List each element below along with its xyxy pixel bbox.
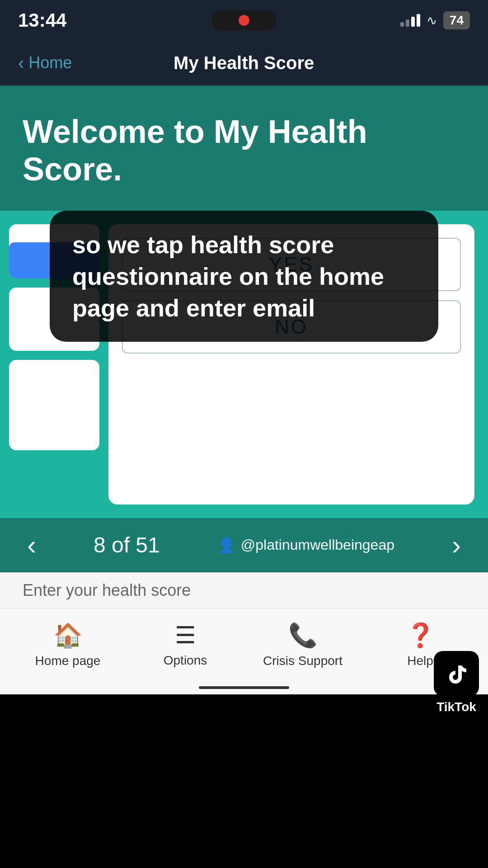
tab-home[interactable]: 🏠 Home page <box>9 613 127 677</box>
record-indicator <box>239 15 249 26</box>
tab-options[interactable]: ☰ Options <box>127 613 244 677</box>
back-label: Home <box>28 53 72 72</box>
pagination-display: 8 of 51 <box>94 533 160 557</box>
next-button[interactable]: › <box>452 529 461 561</box>
tab-crisis[interactable]: 📞 Crisis Support <box>244 613 361 677</box>
options-icon: ☰ <box>175 622 196 649</box>
hero-section: Welcome to My Health Score. <box>0 86 488 211</box>
prev-button[interactable]: ‹ <box>27 529 36 561</box>
hero-title: Welcome to My Health Score. <box>23 113 465 188</box>
home-bar <box>199 686 289 689</box>
nav-title: My Health Score <box>72 53 416 73</box>
card-extra <box>9 360 99 450</box>
tab-options-label: Options <box>164 653 207 668</box>
status-icons: ∿ 74 <box>400 11 470 29</box>
tiktok-logo <box>434 651 479 696</box>
person-icon: 👤 <box>217 537 235 554</box>
signal-icon <box>400 14 420 27</box>
pagination-bar: ‹ 8 of 51 👤 @platinumwellbeingeap › <box>0 518 488 572</box>
overlay-bubble: so we tap health score questionnaire on … <box>50 211 438 342</box>
home-icon: 🏠 <box>53 622 83 649</box>
handle-text: @platinumwellbeingeap <box>241 537 394 553</box>
tiktok-label: TikTok <box>436 700 476 714</box>
tab-crisis-label: Crisis Support <box>263 654 343 668</box>
status-time: 13:44 <box>18 9 66 31</box>
phone-icon: 📞 <box>288 622 318 649</box>
tab-home-label: Home page <box>35 654 101 668</box>
user-handle: 👤 @platinumwellbeingeap <box>217 537 394 554</box>
overlay-text: so we tap health score questionnaire on … <box>72 229 416 324</box>
content-area: YES NO so we tap health score questionna… <box>0 211 488 518</box>
enter-bar-text: Enter your health score <box>23 581 191 600</box>
help-icon: ❓ <box>406 622 435 649</box>
back-chevron-icon: ‹ <box>18 53 24 73</box>
tab-help-label: Help <box>407 654 433 668</box>
status-bar: 13:44 ∿ 74 <box>0 0 488 41</box>
tab-bar: 🏠 Home page ☰ Options 📞 Crisis Support ❓… <box>0 609 488 681</box>
battery-indicator: 74 <box>443 11 470 29</box>
back-button[interactable]: ‹ Home <box>18 53 72 73</box>
wifi-icon: ∿ <box>427 13 437 28</box>
enter-bar: Enter your health score <box>0 572 488 609</box>
status-center-pill <box>211 10 277 30</box>
nav-bar: ‹ Home My Health Score <box>0 41 488 86</box>
home-indicator <box>0 681 488 694</box>
tiktok-overlay: TikTok <box>434 651 479 714</box>
